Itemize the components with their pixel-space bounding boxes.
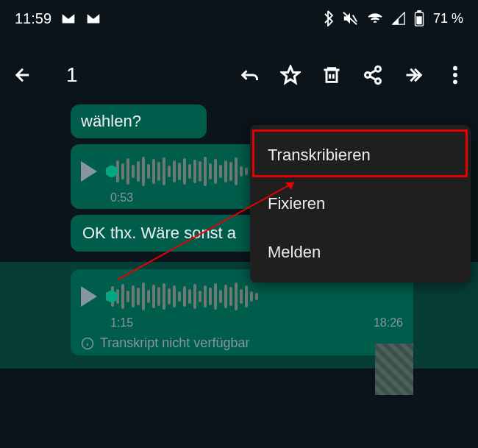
svg-point-8	[453, 66, 457, 71]
context-menu: Transkribieren Fixieren Melden	[250, 125, 471, 282]
svg-point-10	[453, 79, 457, 84]
selection-count: 1	[66, 63, 78, 87]
bluetooth-icon	[323, 10, 333, 26]
info-icon	[81, 337, 94, 350]
status-bar: 11:59 71 %	[0, 0, 478, 37]
more-icon[interactable]	[444, 64, 466, 86]
voice-meta: 1:15 18:26	[81, 316, 403, 330]
action-bar: 1	[0, 50, 478, 100]
mail-icon	[85, 12, 101, 25]
pixelated-region	[375, 344, 413, 395]
svg-rect-3	[417, 10, 421, 13]
battery-percent: 71 %	[433, 11, 463, 26]
voice-duration: 0:53	[110, 191, 133, 205]
back-icon[interactable]	[12, 64, 34, 86]
status-right: 71 %	[323, 10, 463, 26]
svg-point-6	[365, 73, 371, 78]
battery-icon	[414, 10, 424, 26]
transcript-unavailable-label: Transkript nicht verfügbar	[100, 335, 249, 351]
mute-icon	[342, 10, 358, 26]
status-time: 11:59	[15, 10, 51, 27]
status-left: 11:59	[15, 10, 101, 27]
svg-point-7	[376, 79, 381, 84]
waveform[interactable]	[106, 281, 403, 312]
mail-icon	[60, 12, 76, 25]
reply-icon[interactable]	[238, 64, 260, 86]
transcript-unavailable: Transkript nicht verfügbar	[81, 335, 403, 351]
menu-transcribe[interactable]: Transkribieren	[250, 131, 471, 179]
menu-pin[interactable]: Fixieren	[250, 179, 471, 228]
playhead-dot[interactable]	[106, 291, 118, 302]
wifi-icon	[367, 12, 383, 25]
star-icon[interactable]	[279, 64, 302, 86]
forward-icon[interactable]	[403, 64, 425, 86]
signal-icon	[392, 12, 405, 25]
menu-report[interactable]: Melden	[250, 228, 471, 277]
play-icon[interactable]	[81, 161, 97, 182]
voice-controls	[81, 281, 403, 312]
play-icon[interactable]	[81, 286, 97, 307]
svg-point-9	[453, 73, 457, 77]
playhead-dot[interactable]	[106, 166, 118, 177]
voice-timestamp: 18:26	[374, 316, 403, 330]
share-icon[interactable]	[362, 64, 384, 86]
svg-rect-4	[416, 16, 421, 24]
svg-point-5	[376, 66, 381, 71]
voice-duration: 1:15	[110, 316, 133, 330]
trash-icon[interactable]	[321, 64, 343, 86]
message-bubble[interactable]: wählen?	[71, 104, 207, 138]
